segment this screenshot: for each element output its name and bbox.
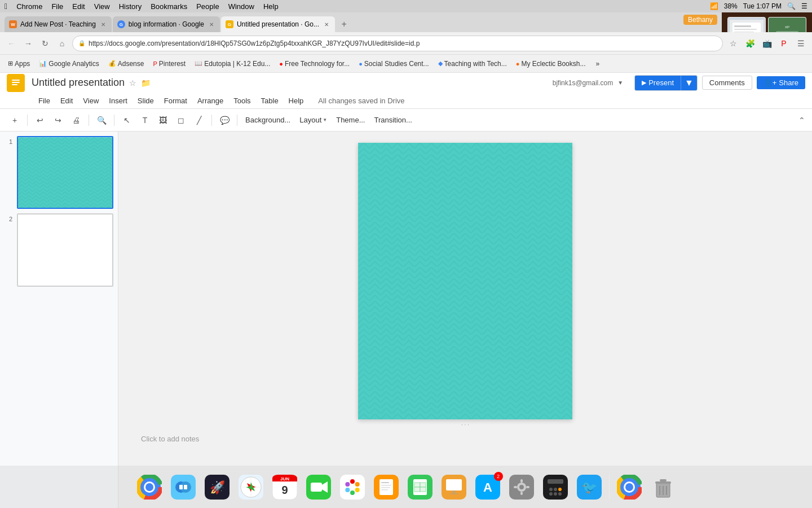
menu-history[interactable]: History [119, 2, 142, 11]
shape-tool[interactable]: ◻ [173, 112, 189, 128]
dock-trash[interactable] [648, 472, 678, 502]
tab-3[interactable]: G Untitled presentation · Go... ✕ [221, 16, 335, 32]
slides-menu-format[interactable]: Format [160, 95, 192, 106]
present-main-button[interactable]: ▶ Present [635, 76, 681, 90]
bookmark-more[interactable]: » [592, 58, 603, 69]
bookmark-analytics[interactable]: 📊 Google Analytics [36, 58, 102, 69]
tab-bar: W Add New Post · Teaching ✕ G blog infor… [0, 12, 722, 32]
dock-facetime[interactable] [303, 472, 334, 502]
comments-button[interactable]: Comments [702, 76, 752, 90]
svg-rect-92 [514, 486, 517, 488]
menu-view[interactable]: View [94, 2, 110, 11]
bookmark-pinterest[interactable]: P Pinterest [149, 58, 189, 69]
notes-area[interactable]: Click to add notes [130, 430, 801, 448]
add-slide-button[interactable]: + [7, 112, 23, 128]
chrome-menu-icon[interactable]: ☰ [794, 37, 807, 50]
line-tool[interactable]: ╱ [191, 112, 207, 128]
address-bar[interactable]: 🔒 https://docs.google.com/presentation/d… [72, 36, 723, 51]
menu-chrome[interactable]: Chrome [16, 2, 42, 11]
transition-dropdown[interactable]: Transition... [370, 116, 415, 124]
menu-window[interactable]: Window [228, 2, 254, 11]
dock-safari[interactable] [236, 472, 266, 502]
undo-button[interactable]: ↩ [32, 112, 48, 128]
toolbar-collapse-button[interactable]: ⌃ [798, 116, 805, 125]
back-button[interactable]: ← [5, 37, 18, 50]
dock-finder[interactable] [168, 472, 198, 502]
appstore-badge: 2 [494, 472, 503, 481]
menu-file[interactable]: File [51, 2, 63, 11]
slides-menu-edit[interactable]: Edit [56, 95, 77, 106]
title-star-icon[interactable]: ☆ [129, 78, 136, 87]
dock-calendar[interactable]: JUN 9 [270, 472, 300, 502]
tab-2[interactable]: G blog information · Google ✕ [113, 16, 220, 32]
slides-menu-slide[interactable]: Slide [133, 95, 158, 106]
slides-menu-view[interactable]: View [78, 95, 103, 106]
redo-button[interactable]: ↪ [50, 112, 66, 128]
slide-1-thumbnail[interactable] [17, 136, 113, 209]
slides-menu-file[interactable]: File [34, 95, 55, 106]
pinterest-ext-icon[interactable]: P [777, 37, 791, 50]
slides-menu-tools[interactable]: Tools [229, 95, 255, 106]
slides-menu-insert[interactable]: Insert [104, 95, 132, 106]
user-dropdown-icon[interactable]: ▼ [617, 80, 623, 86]
tab-user[interactable]: Bethany [683, 15, 717, 25]
bookmark-adsense[interactable]: 💰 Adsense [105, 58, 148, 69]
slides-title[interactable]: Untitled presentation [32, 77, 125, 89]
share-button[interactable]: 👤+ Share [757, 76, 805, 89]
slides-menu-table[interactable]: Table [257, 95, 283, 106]
slides-menu-help[interactable]: Help [284, 95, 308, 106]
bookmark-apps[interactable]: ⊞ Apps [5, 58, 33, 69]
menu-edit[interactable]: Edit [72, 2, 85, 11]
dock-chrome2[interactable] [614, 472, 645, 502]
svg-rect-28 [12, 84, 17, 85]
tab-1[interactable]: W Add New Post · Teaching ✕ [5, 16, 112, 32]
present-button[interactable]: ▶ Present ▼ [634, 75, 698, 91]
tab-2-close[interactable]: ✕ [208, 20, 215, 28]
dock-pages[interactable] [371, 472, 401, 502]
dock-systemprefs[interactable] [506, 472, 537, 502]
bookmark-teaching-tech[interactable]: ◆ Teaching with Tech... [435, 58, 510, 69]
bookmark-edutopia[interactable]: 📖 Edutopia | K-12 Edu... [191, 58, 273, 69]
search-icon[interactable]: 🔍 [787, 2, 796, 10]
dock-twitter[interactable]: 🐦 [574, 472, 604, 502]
apple-logo[interactable]:  [5, 2, 7, 11]
title-folder-icon[interactable]: 📁 [141, 78, 151, 87]
home-button[interactable]: ⌂ [55, 37, 69, 50]
tab-3-close[interactable]: ✕ [323, 20, 330, 28]
text-tool[interactable]: T [137, 112, 153, 128]
slide-2-thumbnail[interactable] [17, 213, 113, 286]
dock-launchpad[interactable]: 🚀 [202, 472, 232, 502]
bookmark-free-tech[interactable]: ● Free Technology for... [276, 58, 353, 69]
zoom-button[interactable]: 🔍 [94, 112, 109, 128]
dock-appstore[interactable]: A 2 [473, 472, 503, 502]
tab-1-close[interactable]: ✕ [99, 20, 107, 28]
comment-tool[interactable]: 💬 [217, 112, 232, 128]
dock-chrome[interactable] [134, 472, 165, 502]
theme-dropdown[interactable]: Theme... [333, 116, 368, 124]
background-dropdown[interactable]: Background... [242, 116, 294, 124]
menu-help[interactable]: Help [263, 2, 279, 11]
slides-menu-arrange[interactable]: Arrange [193, 95, 228, 106]
bookmark-bookshelf[interactable]: ● My Eclectic Booksh... [513, 58, 589, 69]
print-button[interactable]: 🖨 [68, 112, 84, 128]
menu-bookmarks[interactable]: Bookmarks [151, 2, 187, 11]
cast-icon[interactable]: 📺 [760, 37, 774, 50]
dock-photos[interactable] [337, 472, 368, 502]
bookmark-social-studies[interactable]: ● Social Studies Cent... [355, 58, 432, 69]
dock-calculator[interactable] [540, 472, 571, 502]
reload-button[interactable]: ↻ [38, 37, 52, 50]
new-tab-button[interactable]: + [336, 16, 352, 32]
forward-button[interactable]: → [21, 37, 35, 50]
menu-people[interactable]: People [196, 2, 219, 11]
menu-icon[interactable]: ☰ [801, 2, 807, 10]
svg-rect-79 [414, 487, 420, 492]
image-tool[interactable]: 🖼 [155, 112, 171, 128]
present-dropdown-button[interactable]: ▼ [681, 76, 697, 90]
canvas-area[interactable]: · · · Click to add notes [118, 132, 812, 508]
bookmark-star-icon[interactable]: ☆ [726, 37, 740, 50]
dock-keynote[interactable] [439, 472, 469, 502]
cursor-tool[interactable]: ↖ [119, 112, 135, 128]
extensions-icon[interactable]: 🧩 [743, 37, 757, 50]
layout-dropdown[interactable]: Layout ▼ [296, 116, 330, 124]
dock-numbers[interactable] [405, 472, 435, 502]
